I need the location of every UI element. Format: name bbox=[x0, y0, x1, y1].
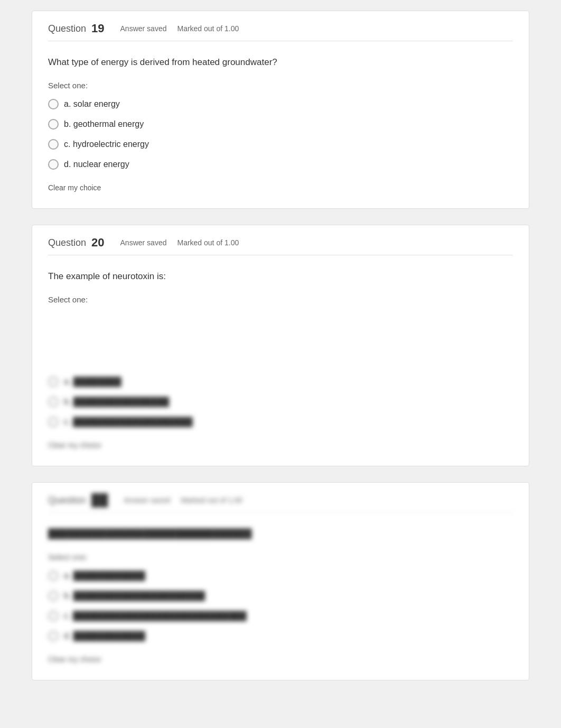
option-row-20c: c. ████████████████████ bbox=[48, 416, 513, 428]
option-label-20a: a. ████████ bbox=[64, 377, 121, 386]
option-label-21a: a. ████████████ bbox=[64, 571, 145, 580]
question-label-20: Question bbox=[48, 237, 86, 248]
marked-out-20: Marked out of 1.00 bbox=[177, 238, 239, 247]
question-label-19: Question bbox=[48, 23, 86, 34]
option-row-19a[interactable]: a. solar energy bbox=[48, 98, 513, 110]
option-label-19d: d. nuclear energy bbox=[64, 160, 129, 169]
radio-19a[interactable] bbox=[48, 99, 59, 109]
select-prompt-21: Select one: bbox=[48, 552, 513, 561]
page-container: Question 19 Answer saved Marked out of 1… bbox=[0, 0, 561, 707]
radio-19b[interactable] bbox=[48, 119, 59, 130]
clear-choice-19[interactable]: Clear my choice bbox=[48, 183, 101, 192]
option-row-19c[interactable]: c. hydroelectric energy bbox=[48, 138, 513, 151]
select-prompt-20: Select one: bbox=[48, 295, 513, 304]
option-label-19a: a. solar energy bbox=[64, 99, 120, 109]
question-label-21: Question bbox=[48, 495, 86, 506]
option-row-21c: c. █████████████████████████████ bbox=[48, 610, 513, 622]
radio-20b bbox=[48, 397, 59, 407]
option-row-20a: a. ████████ bbox=[48, 375, 513, 388]
option-row-21d: d. ████████████ bbox=[48, 630, 513, 642]
option-label-19b: b. geothermal energy bbox=[64, 119, 144, 129]
radio-21a bbox=[48, 570, 59, 581]
blurred-area-20 bbox=[48, 312, 513, 375]
question-text-21: ████████████████████████████████ bbox=[48, 523, 513, 545]
option-row-20b: b. ████████████████ bbox=[48, 395, 513, 408]
radio-20a bbox=[48, 376, 59, 387]
blurred-q21-content: ████████████████████████████████ Select … bbox=[48, 523, 513, 664]
question-block-19: Question 19 Answer saved Marked out of 1… bbox=[32, 11, 529, 209]
option-row-19b[interactable]: b. geothermal energy bbox=[48, 118, 513, 131]
question-number-19: 19 bbox=[91, 22, 104, 35]
question-header-21: Question ██ Answer saved Marked out of 1… bbox=[48, 493, 513, 513]
radio-21c bbox=[48, 611, 59, 621]
option-row-21b: b. ██████████████████████ bbox=[48, 589, 513, 602]
question-number-20: 20 bbox=[91, 236, 104, 250]
radio-21b bbox=[48, 591, 59, 601]
marked-out-19: Marked out of 1.00 bbox=[177, 24, 239, 33]
question-block-20: Question 20 Answer saved Marked out of 1… bbox=[32, 225, 529, 466]
radio-21d bbox=[48, 631, 59, 641]
radio-20c bbox=[48, 417, 59, 427]
answer-saved-20: Answer saved bbox=[120, 238, 167, 247]
question-text-19: What type of energy is derived from heat… bbox=[48, 52, 513, 73]
question-header-19: Question 19 Answer saved Marked out of 1… bbox=[48, 22, 513, 41]
answer-saved-19: Answer saved bbox=[120, 24, 167, 33]
blurred-options-20: a. ████████ b. ████████████████ c. █████… bbox=[48, 375, 513, 450]
clear-choice-20: Clear my choice bbox=[48, 441, 101, 449]
question-block-21: Question ██ Answer saved Marked out of 1… bbox=[32, 482, 529, 680]
answer-saved-21: Answer saved bbox=[124, 496, 170, 504]
radio-19c[interactable] bbox=[48, 139, 59, 150]
option-label-21d: d. ████████████ bbox=[64, 631, 145, 641]
option-label-21b: b. ██████████████████████ bbox=[64, 591, 205, 601]
question-number-21: ██ bbox=[91, 493, 108, 507]
clear-choice-21: Clear my choice bbox=[48, 655, 101, 664]
option-row-21a: a. ████████████ bbox=[48, 569, 513, 582]
select-prompt-19: Select one: bbox=[48, 81, 513, 90]
radio-19d[interactable] bbox=[48, 159, 59, 170]
option-label-19c: c. hydroelectric energy bbox=[64, 140, 149, 149]
marked-out-21: Marked out of 1.00 bbox=[181, 496, 242, 504]
option-label-20c: c. ████████████████████ bbox=[64, 417, 193, 427]
option-label-21c: c. █████████████████████████████ bbox=[64, 611, 247, 621]
option-label-20b: b. ████████████████ bbox=[64, 397, 169, 407]
question-text-20: The example of neurotoxin is: bbox=[48, 266, 513, 287]
question-header-20: Question 20 Answer saved Marked out of 1… bbox=[48, 236, 513, 255]
option-row-19d[interactable]: d. nuclear energy bbox=[48, 158, 513, 171]
